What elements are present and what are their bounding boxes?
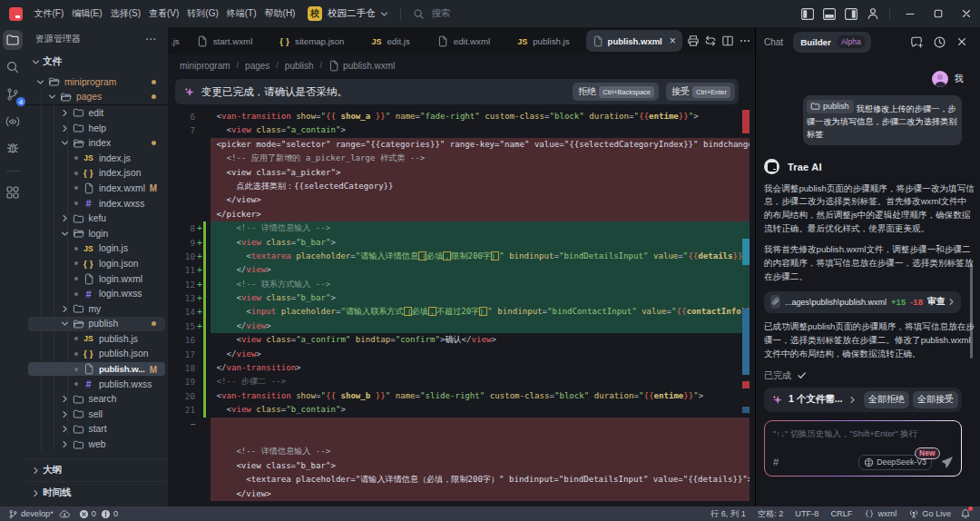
chat-input[interactable]: "↑↓" 切换历史输入，"Shift+Enter" 换行 # DeepSeek-… — [765, 421, 961, 476]
tree-folder-kefu[interactable]: kefu — [25, 211, 168, 226]
breadcrumb-item-miniprogram[interactable]: miniprogram — [180, 61, 230, 71]
tab-start.wxml[interactable]: start.wxml — [183, 27, 267, 54]
reject-all-button[interactable]: 全部拒绝 — [864, 391, 909, 408]
new-chat-icon[interactable] — [909, 34, 924, 49]
tab-chat[interactable]: Chat — [764, 37, 783, 47]
layout-panel-icon[interactable] — [818, 0, 840, 27]
review-button[interactable]: 审查 — [927, 296, 956, 308]
account-icon[interactable] — [862, 0, 884, 27]
tree-file-index.wxml[interactable]: index.wxmlM — [25, 181, 168, 196]
print-icon[interactable] — [685, 33, 701, 49]
go-live-button[interactable]: Go Live — [908, 508, 951, 519]
tree-folder-search[interactable]: search — [25, 391, 168, 407]
tree-file-publish.w...[interactable]: publish.w...M — [25, 361, 168, 377]
ai-paragraph-1: 我会调整publish页面的步骤顺序，将步骤一改为填写信息，步骤二改为选择类别标… — [764, 182, 975, 237]
cursor-position[interactable]: 行 6, 列 1 — [710, 508, 746, 520]
tree-file-login.wxml[interactable]: login.wxml — [25, 271, 168, 287]
tree-folder-sell[interactable]: sell — [25, 407, 168, 422]
split-editor-icon[interactable] — [720, 33, 736, 49]
model-selector[interactable]: DeepSeek-V3 New — [858, 455, 932, 470]
section-timeline[interactable]: 时间线 — [25, 481, 168, 504]
accept-all-button[interactable]: 全部接受 — [913, 391, 958, 408]
tree-folder-login[interactable]: login — [25, 226, 168, 241]
history-icon[interactable] — [932, 34, 946, 49]
activity-source-control-icon[interactable]: 4 — [3, 84, 23, 104]
tab-edit.wxml[interactable]: edit.wxml — [424, 27, 504, 54]
activity-search-icon[interactable] — [3, 57, 23, 77]
search-icon — [413, 8, 425, 20]
tree-file-login.js[interactable]: JSlogin.js — [25, 241, 168, 257]
menu-item-6[interactable]: 帮助(H) — [260, 0, 299, 27]
tree-file-index.wxss[interactable]: #index.wxss — [25, 196, 168, 211]
close-tab-icon[interactable]: × — [670, 34, 676, 47]
activity-preview-icon[interactable] — [3, 112, 23, 132]
tree-folder-my[interactable]: my — [25, 301, 168, 317]
tree-folder-help[interactable]: help — [25, 121, 168, 136]
minimize-button[interactable] — [896, 0, 924, 27]
code-editor[interactable]: 6<van-transition show="{{ show_a }}" nam… — [168, 110, 755, 506]
chevron-right-icon[interactable] — [848, 396, 857, 404]
section-outline[interactable]: 大纲 — [25, 458, 168, 481]
tab-.js[interactable]: .js — [168, 27, 183, 54]
editor-gutter-cell: 15+ — [168, 319, 211, 333]
sidebar-title: 资源管理器 — [35, 33, 81, 45]
tree-file-publish.wxss[interactable]: #publish.wxss — [25, 377, 168, 392]
eol-status[interactable]: CRLF — [830, 509, 852, 518]
reject-button[interactable]: 拒绝 Ctrl+Backspace — [573, 83, 659, 101]
menu-item-2[interactable]: 选择(S) — [106, 0, 144, 27]
notifications-bell[interactable] — [960, 508, 971, 519]
menu-item-1[interactable]: 编辑(E) — [68, 0, 106, 27]
problems-status[interactable]: 0 0 — [79, 509, 118, 519]
indentation-status[interactable]: 空格: 2 — [758, 508, 784, 520]
tree-file-index.js[interactable]: JSindex.js — [25, 151, 168, 166]
tab-sitemap.json[interactable]: { }sitemap.json — [266, 27, 358, 54]
tab-edit.js[interactable]: JSedit.js — [358, 27, 423, 54]
more-actions-icon[interactable] — [737, 33, 753, 49]
tab-publish.wxml[interactable]: publish.wxml× — [586, 30, 682, 52]
tree-file-publish.js[interactable]: JSpublish.js — [25, 331, 168, 347]
encoding-status[interactable]: UTF-8 — [795, 509, 818, 518]
section-files[interactable]: 文件 — [25, 51, 168, 73]
menu-item-3[interactable]: 查看(V) — [144, 0, 182, 27]
tree-folder-pages[interactable]: pages — [25, 90, 168, 105]
close-panel-icon[interactable] — [955, 34, 969, 49]
tree-folder-publish[interactable]: publish — [25, 317, 168, 332]
tab-builder[interactable]: Builder Alpha — [793, 32, 871, 53]
tree-folder-edit[interactable]: edit — [25, 105, 168, 121]
menu-item-4[interactable]: 转到(G) — [183, 0, 222, 27]
tree-folder-web[interactable]: web — [25, 437, 168, 452]
tree-file-index.json[interactable]: { }index.json — [25, 166, 168, 182]
tab-publish.js[interactable]: JSpublish.js — [504, 27, 583, 54]
activity-extensions-icon[interactable] — [3, 182, 23, 202]
project-switcher[interactable]: 校 校园二手仓 — [308, 6, 389, 21]
accept-button[interactable]: 接受 Ctrl+Enter — [666, 83, 735, 101]
layout-sidebar-left-icon[interactable] — [797, 0, 818, 27]
git-branch-status[interactable]: develop* — [8, 509, 71, 519]
context-hash-button[interactable]: # — [773, 457, 779, 467]
restore-button[interactable] — [924, 0, 952, 27]
breadcrumb-item-publish.wxml[interactable]: publish.wxml — [328, 60, 395, 72]
menu-item-5[interactable]: 终端(T) — [222, 0, 260, 27]
changed-file-card[interactable]: ...ages\publish\publish.wxml +15 -18 审查 — [764, 291, 961, 313]
global-search[interactable]: 搜索 — [413, 7, 450, 20]
activity-debug-icon[interactable] — [3, 139, 23, 159]
menu-item-0[interactable]: 文件(F) — [30, 0, 68, 27]
tree-file-login.json[interactable]: { }login.json — [25, 256, 168, 271]
layout-sidebar-right-icon[interactable] — [840, 0, 862, 27]
sidebar-more-button[interactable]: ··· — [146, 34, 158, 44]
context-chip[interactable]: publish — [807, 100, 854, 113]
tree-file-login.wxss[interactable]: #login.wxss — [25, 286, 168, 301]
breadcrumb-item-pages[interactable]: pages — [245, 61, 270, 71]
breadcrumb[interactable]: miniprogram/pages/publish/publish.wxml — [168, 54, 755, 76]
app-logo-icon[interactable] — [9, 7, 23, 21]
open-changes-icon[interactable] — [702, 33, 719, 49]
send-icon[interactable] — [940, 456, 954, 469]
tree-folder-miniprogram[interactable]: miniprogram — [25, 74, 168, 90]
tree-folder-index[interactable]: index — [25, 135, 168, 151]
close-window-button[interactable] — [952, 0, 980, 27]
language-status[interactable]: wxml — [864, 509, 897, 518]
tree-folder-start[interactable]: start — [25, 422, 168, 437]
activity-files-icon[interactable] — [3, 30, 23, 50]
tree-file-publish.json[interactable]: { }publish.json — [25, 347, 168, 362]
breadcrumb-item-publish[interactable]: publish — [285, 61, 314, 71]
